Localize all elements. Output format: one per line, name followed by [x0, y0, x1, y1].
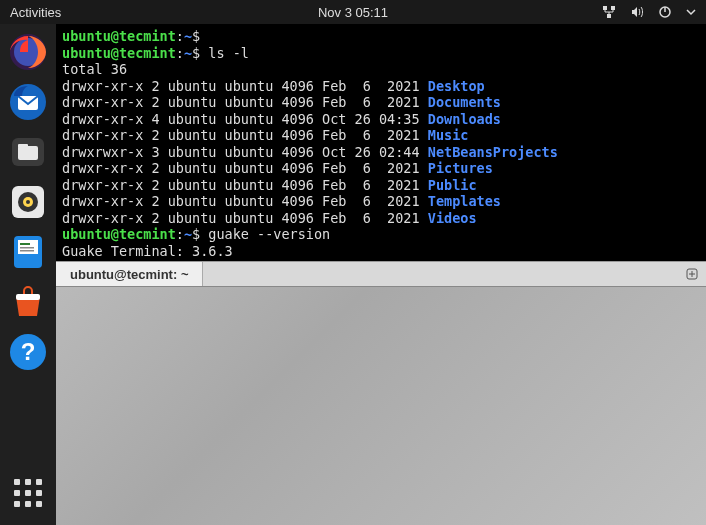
dock-app-software[interactable]	[6, 280, 50, 324]
svg-text:?: ?	[21, 338, 36, 365]
svg-rect-0	[603, 6, 607, 10]
terminal-tab[interactable]: ubuntu@tecmint: ~	[56, 262, 203, 286]
power-icon	[658, 5, 672, 19]
dock-app-files[interactable]	[6, 130, 50, 174]
network-icon	[602, 5, 616, 19]
activities-button[interactable]: Activities	[10, 5, 61, 20]
chevron-down-icon	[686, 7, 696, 17]
guake-terminal-window: ubuntu@tecmint:~$ ubuntu@tecmint:~$ ls -…	[56, 24, 706, 287]
svg-point-15	[26, 200, 30, 204]
svg-rect-20	[20, 250, 34, 252]
svg-rect-18	[20, 243, 30, 245]
desktop: ubuntu@tecmint:~$ ubuntu@tecmint:~$ ls -…	[56, 24, 706, 525]
new-tab-button[interactable]	[678, 262, 706, 286]
svg-rect-10	[18, 146, 38, 160]
terminal-output[interactable]: ubuntu@tecmint:~$ ubuntu@tecmint:~$ ls -…	[56, 24, 706, 261]
dock-app-thunderbird[interactable]	[6, 80, 50, 124]
top-bar: Activities Nov 3 05:11	[0, 0, 706, 24]
dock-app-firefox[interactable]	[6, 30, 50, 74]
system-tray[interactable]	[602, 5, 696, 19]
svg-rect-1	[611, 6, 615, 10]
dock-app-rhythmbox[interactable]	[6, 180, 50, 224]
show-applications-button[interactable]	[6, 471, 50, 515]
clock[interactable]: Nov 3 05:11	[318, 5, 388, 20]
plus-icon	[685, 267, 699, 281]
terminal-tab-bar: ubuntu@tecmint: ~	[56, 261, 706, 287]
volume-icon	[630, 5, 644, 19]
dock-app-writer[interactable]	[6, 230, 50, 274]
dock-app-help[interactable]: ?	[6, 330, 50, 374]
svg-rect-19	[20, 247, 34, 249]
svg-rect-2	[607, 14, 611, 18]
svg-rect-21	[16, 294, 40, 300]
svg-rect-11	[18, 144, 28, 148]
dock: ?	[0, 24, 56, 525]
